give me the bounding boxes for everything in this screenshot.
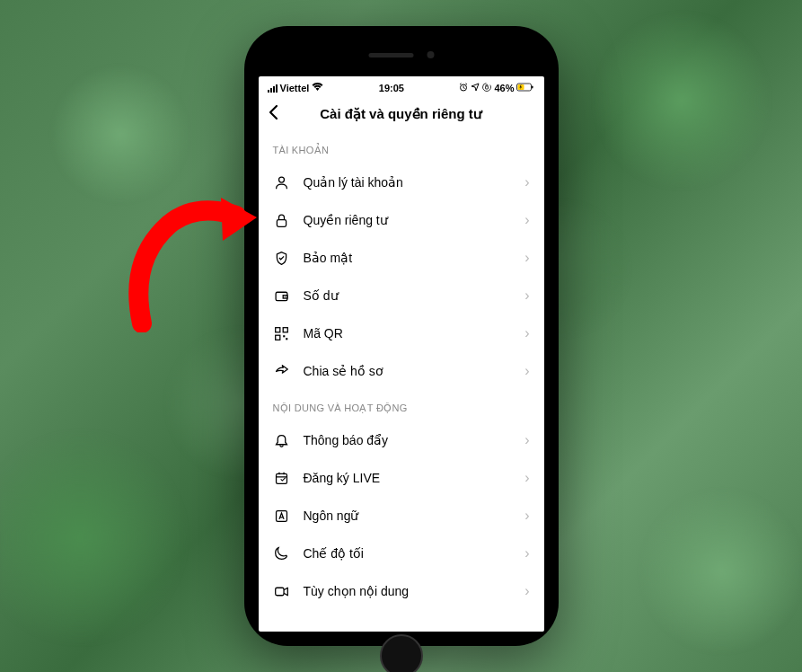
location-icon: [471, 83, 480, 93]
menu-item-content-preferences[interactable]: Tùy chọn nội dung ›: [259, 572, 544, 610]
share-icon: [273, 362, 291, 380]
phone-notch: [368, 51, 434, 58]
svg-rect-15: [286, 338, 287, 340]
moon-icon: [273, 544, 291, 562]
menu-label: Quản lý tài khoản: [304, 175, 525, 190]
svg-rect-7: [277, 219, 286, 226]
phone-inner: Viettel 19:05 46%: [253, 35, 550, 637]
chevron-right-icon: ›: [524, 470, 529, 486]
menu-label: Mã QR: [304, 326, 525, 340]
svg-rect-14: [283, 335, 285, 337]
chevron-right-icon: ›: [524, 287, 529, 304]
video-icon: [273, 582, 291, 600]
section-header-account: TÀI KHOẢN: [259, 132, 544, 164]
svg-rect-13: [276, 335, 280, 340]
battery-label: 46%: [494, 83, 514, 93]
back-button[interactable]: [268, 104, 278, 125]
battery-icon: [516, 83, 534, 93]
alarm-icon: [459, 83, 468, 93]
rotation-lock-icon: [482, 83, 491, 93]
chevron-right-icon: ›: [524, 363, 529, 379]
chevron-right-icon: ›: [524, 325, 529, 341]
page-title: Cài đặt và quyền riêng tư: [268, 106, 535, 122]
chevron-right-icon: ›: [524, 432, 529, 448]
svg-rect-18: [276, 588, 284, 596]
menu-item-security[interactable]: Bảo mật ›: [259, 239, 544, 277]
menu-label: Đăng ký LIVE: [304, 471, 525, 485]
chevron-right-icon: ›: [524, 212, 529, 228]
chevron-right-icon: ›: [524, 508, 529, 524]
status-bar: Viettel 19:05 46%: [259, 76, 544, 96]
wallet-icon: [273, 287, 291, 305]
qr-icon: [273, 324, 291, 342]
menu-item-push-notifications[interactable]: Thông báo đẩy ›: [259, 421, 544, 459]
svg-rect-8: [276, 292, 287, 300]
menu-label: Tùy chọn nội dung: [304, 584, 525, 598]
menu-item-dark-mode[interactable]: Chế độ tối ›: [259, 535, 544, 572]
menu-item-privacy[interactable]: Quyền riêng tư ›: [259, 201, 544, 239]
phone-frame: Viettel 19:05 46%: [244, 26, 559, 646]
menu-label: Thông báo đẩy: [304, 433, 525, 447]
menu-label: Quyền riêng tư: [304, 213, 525, 227]
menu-label: Chế độ tối: [304, 546, 525, 561]
svg-rect-4: [532, 86, 533, 89]
carrier-label: Viettel: [280, 83, 310, 93]
home-button[interactable]: [380, 634, 423, 672]
svg-rect-16: [277, 473, 287, 483]
shield-icon: [273, 249, 291, 267]
chevron-right-icon: ›: [524, 583, 529, 599]
menu-label: Chia sẻ hồ sơ: [304, 364, 525, 378]
svg-rect-12: [283, 327, 287, 332]
user-icon: [273, 173, 291, 191]
menu-item-language[interactable]: Ngôn ngữ ›: [259, 497, 544, 535]
svg-point-10: [285, 296, 286, 296]
menu-item-balance[interactable]: Số dư ›: [259, 277, 544, 314]
svg-rect-1: [486, 86, 489, 89]
status-time: 19:05: [379, 83, 404, 93]
bell-icon: [273, 431, 291, 449]
language-icon: [273, 507, 291, 525]
screen: Viettel 19:05 46%: [259, 76, 544, 632]
wifi-icon: [312, 83, 323, 93]
svg-point-6: [279, 177, 285, 182]
chevron-right-icon: ›: [524, 250, 529, 266]
menu-label: Số dư: [304, 288, 525, 303]
menu-item-share-profile[interactable]: Chia sẻ hồ sơ ›: [259, 352, 544, 390]
chevron-right-icon: ›: [524, 174, 529, 190]
section-header-content: NỘI DUNG VÀ HOẠT ĐỘNG: [259, 390, 544, 421]
menu-label: Bảo mật: [304, 251, 525, 265]
header-bar: Cài đặt và quyền riêng tư: [259, 96, 544, 132]
svg-rect-11: [276, 327, 280, 332]
signal-icon: [268, 84, 278, 93]
menu-item-qr[interactable]: Mã QR ›: [259, 314, 544, 352]
menu-item-live-subscription[interactable]: Đăng ký LIVE ›: [259, 459, 544, 497]
chevron-right-icon: ›: [524, 545, 529, 561]
lock-icon: [273, 211, 291, 229]
menu-item-manage-account[interactable]: Quản lý tài khoản ›: [259, 164, 544, 201]
calendar-icon: [273, 469, 291, 487]
menu-label: Ngôn ngữ: [304, 508, 525, 523]
